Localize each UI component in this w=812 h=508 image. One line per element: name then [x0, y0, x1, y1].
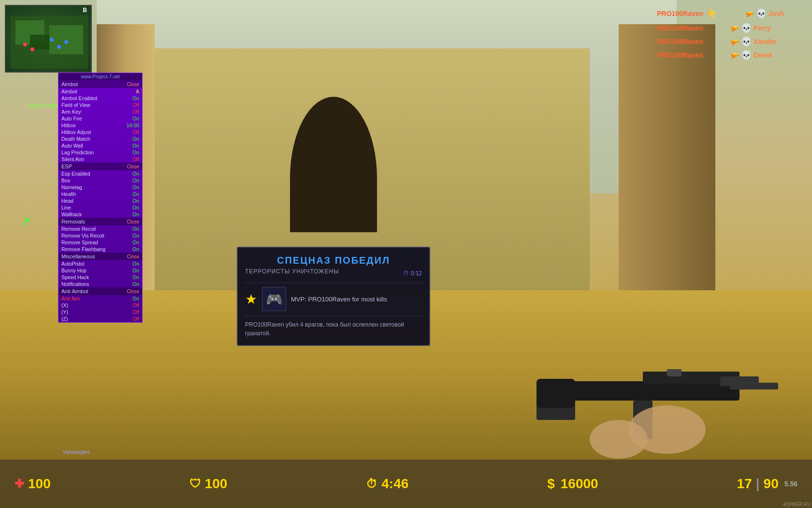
score-name-3: PRO100Raven	[636, 38, 703, 45]
menu-row-line[interactable]: LineOn	[58, 204, 142, 211]
menu-row-notifications[interactable]: NotificationsOn	[58, 281, 142, 287]
hud-timer: ⏱ 4:46	[366, 476, 408, 492]
victory-timer-value: 0:12	[411, 270, 422, 277]
score-skull-4: 💀	[741, 50, 752, 60]
kill-name-4: Derek	[754, 51, 787, 59]
section-anti-aimbot[interactable]: Anti Aimbot Close	[58, 287, 142, 295]
money-sign: $	[547, 476, 555, 492]
score-gun-1: ⚡	[705, 7, 718, 20]
menu-row-esp-enabled[interactable]: Esp EnabledOn	[58, 170, 142, 177]
menu-row-nametag[interactable]: NametagOn	[58, 184, 142, 191]
watermark: 4OHKER.RU	[783, 502, 811, 507]
z-axis-value: Off	[132, 316, 139, 322]
remove-spread-value: On	[132, 239, 139, 245]
menu-row-autofire[interactable]: Auto FireOn	[58, 115, 142, 122]
scoreboard: PRO100Raven ⚡ 🔫 💀 Josh PRO100Raven 🔫 💀 P…	[636, 7, 802, 63]
section-misc[interactable]: Miscellaneous Close	[58, 253, 142, 260]
hitbox-label: Hitbox	[61, 122, 76, 128]
ammo-reserve: 90	[764, 476, 779, 492]
section-removals[interactable]: Removals Close	[58, 218, 142, 225]
score-skull-1: 💀	[756, 8, 767, 19]
victory-subtitle: ТЕРРОРИСТЫ УНИЧТОЖЕНЫ	[245, 268, 339, 275]
wallhack-label: Wallhack	[61, 211, 82, 217]
deathmatch-label: Death Match	[61, 136, 90, 142]
hud-armor: 🛡 100	[189, 476, 228, 492]
menu-row-armkey[interactable]: Arm Key:Off	[58, 108, 142, 115]
menu-row-box[interactable]: BoxOn	[58, 177, 142, 184]
hud-money: $ 16000	[547, 476, 598, 492]
box-label: Box	[61, 178, 70, 183]
armor-value: 100	[205, 476, 228, 492]
menu-row-silentaim[interactable]: Silent AimOff	[58, 156, 142, 163]
section-aimbot[interactable]: Aimbot Close	[58, 80, 142, 88]
menu-row-remove-recoil[interactable]: Remove RecoilOn	[58, 225, 142, 232]
menu-row-anti-aim[interactable]: Anti AimOn	[58, 295, 142, 302]
menu-row-aimbot-enabled[interactable]: Aimbot EnabledOn	[58, 95, 142, 102]
aimbot-enabled-value: On	[132, 95, 139, 101]
victory-timer: ⏱ 0:12	[403, 270, 422, 277]
hitbox-adjust-value: Off	[132, 129, 139, 135]
menu-row-fov[interactable]: Field of ViewOff	[58, 102, 142, 108]
menu-row-bunnyhop[interactable]: Bunny HopOn	[58, 267, 142, 274]
menu-row-wallhack[interactable]: WallhackOn	[58, 211, 142, 218]
menu-row-remove-spread[interactable]: Remove SpreadOn	[58, 239, 142, 246]
remove-vis-recoil-value: On	[132, 233, 139, 239]
remove-flashbang-value: On	[132, 246, 139, 252]
section-esp-label: ESP	[61, 164, 72, 169]
menu-row-head[interactable]: HeadOn	[58, 197, 142, 204]
x-axis-label: (X)	[61, 302, 68, 308]
menu-row-z[interactable]: (Z)Off	[58, 315, 142, 322]
removals-close-button[interactable]: Close	[127, 219, 139, 224]
line-value: On	[132, 205, 139, 210]
svg-text:🔫: 🔫	[730, 52, 739, 60]
esp-enabled-value: On	[132, 171, 139, 177]
weapon-display	[498, 333, 788, 479]
victory-divider-2	[245, 316, 422, 316]
menu-row-remove-vis-recoil[interactable]: Remove Vis RecoilOn	[58, 232, 142, 239]
kill-name-1: Josh	[768, 10, 802, 17]
y-axis-label: (Y)	[61, 309, 68, 315]
minimap: B	[5, 5, 92, 73]
menu-row-health[interactable]: HealthOn	[58, 191, 142, 197]
menu-row-lagpred[interactable]: Lag PredictionOn	[58, 149, 142, 156]
menu-row-autowall[interactable]: Auto WallOn	[58, 142, 142, 149]
menu-row-hitbox[interactable]: Hitbox14:00	[58, 122, 142, 129]
bunnyhop-value: On	[132, 268, 139, 273]
menu-row-y[interactable]: (Y)Off	[58, 309, 142, 315]
remove-flashbang-label: Remove Flashbang	[61, 246, 105, 252]
aimbot-label: Aimbot	[61, 89, 77, 94]
menu-row-x[interactable]: (X)Off	[58, 302, 142, 309]
menu-row-speedhack[interactable]: Speed HackOn	[58, 274, 142, 281]
esp-close-button[interactable]: Close	[127, 164, 139, 169]
gun-icon-1: 🔫	[720, 9, 754, 18]
menu-header: www.Project-7.net	[58, 73, 142, 80]
menu-row-remove-flashbang[interactable]: Remove FlashbangOn	[58, 246, 142, 253]
health-esp-label: Health	[61, 191, 76, 197]
ammo-divider: |	[756, 476, 760, 492]
svg-rect-20	[667, 369, 682, 376]
misc-close-button[interactable]: Close	[127, 254, 139, 259]
hud-health: ✚ 100	[14, 476, 51, 492]
menu-row-deathmatch[interactable]: Death MatchOn	[58, 135, 142, 142]
remove-vis-recoil-label: Remove Vis Recoil	[61, 233, 104, 239]
hud-bottom: ✚ 100 🛡 100 ⏱ 4:46 $ 16000 17 | 90 5.56	[0, 460, 812, 508]
svg-text:🔫: 🔫	[730, 25, 739, 33]
menu-row-hitbox-adjust[interactable]: Hitbox AdjustOff	[58, 129, 142, 135]
minimap-inner: B	[6, 6, 91, 72]
section-misc-label: Miscellaneous	[61, 254, 95, 259]
svg-text:🔫: 🔫	[745, 10, 754, 18]
svg-point-5	[30, 47, 34, 51]
speedhack-label: Speed Hack	[61, 274, 89, 280]
menu-row-autopistol[interactable]: AutoPistolOn	[58, 260, 142, 267]
remove-recoil-label: Remove Recoil	[61, 226, 96, 232]
victory-mvp: ★ 🎮 MVP: PRO100Raven for most kills	[245, 287, 422, 311]
cheat-menu[interactable]: www.Project-7.net Aimbot Close AimbotA A…	[58, 73, 143, 323]
head-label: Head	[61, 198, 73, 204]
score-skull-2: 💀	[741, 23, 752, 33]
menu-row-aimbot[interactable]: AimbotA	[58, 88, 142, 95]
section-esp[interactable]: ESP Close	[58, 163, 142, 170]
anti-aimbot-close-button[interactable]: Close	[127, 289, 139, 294]
aimbot-close-button[interactable]: Close	[127, 82, 139, 87]
armor-icon: 🛡	[189, 477, 201, 491]
svg-point-6	[50, 38, 54, 42]
